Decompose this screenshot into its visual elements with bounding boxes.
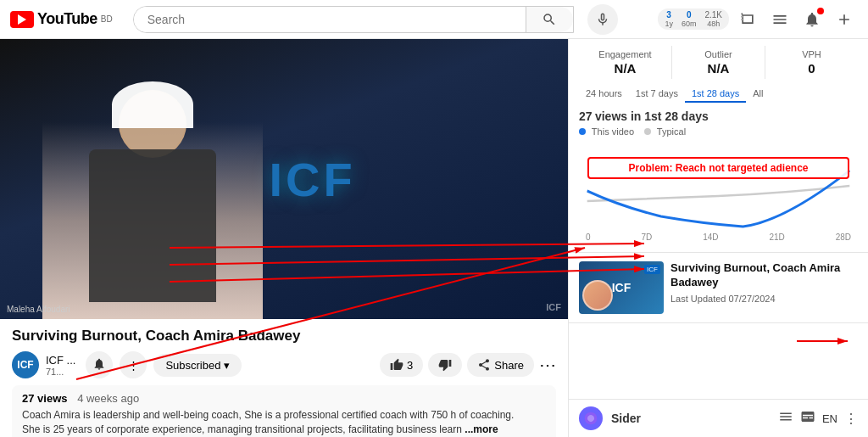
add-button[interactable] — [831, 6, 858, 33]
body — [89, 149, 216, 302]
subscribe-arrow: ▾ — [224, 359, 230, 372]
sider-actions: EN ⋮ — [778, 409, 858, 428]
stat-num-2: 0 — [687, 10, 692, 20]
metrics-row: Engagement N/A Outlier N/A VPH 0 — [579, 46, 858, 79]
dislike-button[interactable] — [428, 353, 462, 377]
icf-watermark: ICF — [546, 302, 561, 312]
person-silhouette — [42, 73, 263, 319]
stat-label-1: 1y — [665, 20, 673, 28]
video-background: ICF Maleha Alfoudari ICF — [0, 39, 568, 319]
more-channel-button[interactable]: ⋮ — [120, 351, 147, 378]
channel-details: ICF ... 71... — [46, 354, 75, 377]
menu-icon — [771, 11, 788, 28]
views-period: views in 1st 28 days — [595, 109, 709, 123]
vph-metric: VPH 0 — [765, 46, 858, 79]
tab-28days[interactable]: 1st 28 days — [685, 86, 746, 103]
thumbs-up-icon — [390, 358, 403, 372]
add-icon — [836, 11, 853, 28]
analytics-panel: Engagement N/A Outlier N/A VPH 0 24 hour… — [569, 39, 868, 253]
engagement-label: Engagement — [584, 49, 666, 59]
notifications-button[interactable] — [798, 6, 826, 33]
time-tabs: 24 hours 1st 7 days 1st 28 days All — [579, 86, 858, 103]
video-more-button[interactable]: ⋯ — [539, 355, 556, 375]
video-thumbnail: ICF ICF — [579, 261, 664, 314]
channel-avatar: ICF — [12, 351, 39, 378]
thumb-avatar — [582, 280, 613, 311]
sider-list-icon — [778, 409, 793, 424]
header: YouTube BD 3 1y 0 60m 2.1K 48h — [0, 0, 868, 39]
description-text: Coach Amira is leadership and well-being… — [22, 408, 546, 437]
more-link[interactable]: ...more — [465, 423, 498, 435]
x-label-7d: 7D — [641, 233, 652, 242]
icf-logo-overlay: ICF — [269, 152, 355, 207]
share-button[interactable]: Share — [467, 353, 534, 377]
mic-button[interactable] — [587, 4, 618, 35]
views-stat: 27 views — [22, 392, 68, 405]
video-person-label: Maleha Alfoudari — [7, 305, 70, 314]
stat-60m: 0 60m — [682, 10, 697, 28]
sidebar-video-card[interactable]: ICF ICF Surviving Burnout, Coach Amira B… — [569, 253, 868, 323]
menu-button[interactable] — [766, 6, 793, 33]
tab-24hours[interactable]: 24 hours — [579, 86, 629, 103]
sider-more-button[interactable]: ⋮ — [844, 411, 858, 427]
views-label: 27 views in 1st 28 days — [579, 109, 858, 123]
thumbs-down-icon — [438, 358, 452, 372]
typical-dot — [644, 128, 651, 135]
desc-line1: Coach Amira is leadership and well-being… — [22, 409, 514, 421]
like-count: 3 — [407, 359, 413, 372]
video-panel: ICF Maleha Alfoudari ICF Surviving Burno… — [0, 39, 568, 437]
main-layout: ICF Maleha Alfoudari ICF Surviving Burno… — [0, 39, 868, 437]
chart-x-labels: 0 7D 14D 21D 28D — [579, 233, 858, 242]
problem-annotation: Problem: Reach not targeted adience — [587, 157, 849, 179]
sidebar-video-date: Last Updated 07/27/2024 — [670, 294, 858, 304]
sider-language: EN — [822, 412, 837, 425]
action-buttons: 3 Share ⋯ — [380, 353, 556, 377]
sider-brain-icon — [581, 409, 600, 428]
channel-subs: 71... — [46, 367, 75, 377]
stat-label-3: 48h — [707, 20, 720, 28]
views-count: 27 — [579, 109, 593, 123]
youtube-region: BD — [101, 14, 113, 24]
right-panel: Engagement N/A Outlier N/A VPH 0 24 hour… — [568, 39, 868, 437]
thumb-icf-text: ICF — [612, 281, 632, 294]
tab-all[interactable]: All — [746, 86, 770, 103]
video-title: Surviving Burnout, Coach Amira Badawey — [12, 328, 556, 345]
stat-num-1: 3 — [666, 10, 671, 20]
search-button[interactable] — [526, 7, 573, 32]
notify-bell-icon — [92, 357, 106, 371]
search-icon — [542, 12, 557, 27]
vph-label: VPH — [771, 49, 853, 59]
sider-list-button[interactable] — [778, 409, 793, 428]
vph-value: 0 — [771, 61, 853, 76]
stat-label-2: 60m — [682, 20, 697, 28]
share-label: Share — [494, 359, 524, 372]
stats-badge: 3 1y 0 60m 2.1K 48h — [658, 8, 729, 30]
x-label-21d: 21D — [769, 233, 784, 242]
video-info: Surviving Burnout, Coach Amira Badawey I… — [0, 319, 568, 437]
channel-name: ICF ... — [46, 354, 75, 367]
outlier-metric: Outlier N/A — [672, 46, 765, 79]
tab-7days[interactable]: 1st 7 days — [629, 86, 685, 103]
video-container[interactable]: ICF Maleha Alfoudari ICF — [0, 39, 568, 319]
legend-this-video: This video — [579, 126, 634, 137]
headscarf — [112, 81, 193, 128]
subscribe-label: Subscribed — [165, 359, 220, 372]
like-button[interactable]: 3 — [380, 353, 423, 377]
this-video-dot — [579, 128, 586, 135]
sider-caption-button[interactable] — [800, 409, 815, 428]
youtube-logo-icon — [10, 11, 34, 28]
subscribe-button[interactable]: Subscribed ▾ — [153, 354, 242, 377]
grid-icon-button[interactable] — [734, 6, 761, 33]
notification-dot — [817, 8, 824, 14]
engagement-value: N/A — [584, 61, 666, 76]
sider-icon — [579, 406, 603, 430]
sider-bar: Sider EN ⋮ — [569, 399, 868, 437]
search-input[interactable] — [134, 7, 526, 32]
notify-channel-button[interactable] — [86, 351, 113, 378]
sidebar-video-info: Surviving Burnout, Coach Amira Badawey L… — [670, 261, 858, 314]
mic-icon — [595, 12, 610, 27]
stat-1y: 3 1y — [665, 10, 673, 28]
stat-num-3: 2.1K — [704, 10, 722, 20]
youtube-logo-text: YouTube — [37, 10, 97, 28]
sider-caption-icon — [800, 409, 815, 424]
